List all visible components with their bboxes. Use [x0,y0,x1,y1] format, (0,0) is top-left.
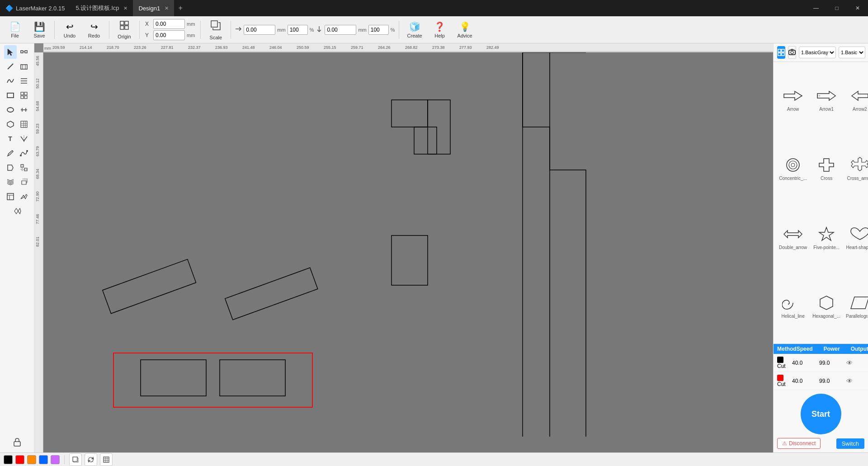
switch-button[interactable]: Switch [836,438,864,449]
shape-five-pointed[interactable]: Five-pointe... [811,204,842,271]
polygon-tool[interactable] [4,118,17,131]
shape-heart[interactable]: Heart-shaped [844,204,868,271]
pencil-tool[interactable] [4,146,17,160]
library-select-2[interactable]: 1.Basic [839,47,865,58]
canvas[interactable] [43,52,773,452]
library-select-1[interactable]: 1.BasicGray [799,47,836,58]
layer-red-eye[interactable]: 👁 [846,377,864,385]
color-blue[interactable] [39,455,48,464]
redo-button[interactable]: ↪ Redo [83,19,105,40]
shape-parallelogram[interactable]: Parallelogram [844,273,868,340]
width-input[interactable] [244,25,275,35]
node-select-tool[interactable] [18,45,30,59]
save-button[interactable]: 💾 Save [28,19,51,40]
width-percent-input[interactable] [288,25,308,35]
color-red[interactable] [15,455,24,464]
grid-tool[interactable] [18,118,30,131]
arr-tool[interactable] [18,89,30,102]
height-input[interactable] [325,25,356,35]
color-black[interactable] [4,455,13,464]
select-tool[interactable] [4,45,17,59]
layer-row-black[interactable]: Cut 40.0 99.0 👁 [774,354,868,372]
shape-double-arrow[interactable]: Double_arrow [777,204,809,271]
tab-lasermaker-label: LaserMaker 2.0.15 [16,5,65,12]
svg-rect-80 [778,49,781,52]
lock-tool[interactable] [12,437,22,449]
rect-tool[interactable] [4,89,17,102]
maximize-button[interactable]: □ [826,0,847,16]
shape-arrow1[interactable]: Arrow1 [811,66,842,133]
x-unit: mm [187,21,195,27]
parallelogram-icon [849,294,868,312]
fill-tool[interactable] [4,161,17,174]
file-button[interactable]: 📄 File [4,19,26,40]
bottom-controls: Start ⚠ Disconnect Switch [774,390,868,452]
svg-text:268.82: 268.82 [405,45,418,50]
camera-view-button[interactable] [788,46,796,59]
svg-rect-81 [782,49,784,52]
undo-label: Undo [64,33,75,38]
double-arrow-label: Double_arrow [779,245,807,250]
start-button[interactable]: Start [801,394,841,434]
ellipse-tool[interactable] [4,103,17,117]
layer-row-red[interactable]: Cut 40.0 99.0 👁 [774,372,868,390]
shape-hexagonal[interactable]: Hexagonal_... [811,273,842,340]
shape-cross[interactable]: Cross [811,135,842,202]
undo-button[interactable]: ↩ Undo [58,19,81,40]
layer-black-eye[interactable]: 👁 [846,359,864,367]
color-sep [64,455,65,464]
curve-tool[interactable] [4,74,17,88]
helical-label: Helical_line [782,314,805,319]
rotate-button[interactable] [85,453,97,466]
color-purple[interactable] [51,455,60,464]
svg-text:264.26: 264.26 [378,45,391,50]
align-tool[interactable] [18,74,30,88]
disconnect-button[interactable]: ⚠ Disconnect [777,438,821,449]
scale-button[interactable]: Scale [204,17,227,42]
grid-button[interactable] [100,453,113,466]
tab-file1[interactable]: 5.设计图模板.lcp ✕ [70,0,133,16]
shape-concentric[interactable]: Concentric_... [777,135,809,202]
advice-button[interactable]: 💡 Advice [453,19,477,40]
special-tool[interactable] [18,175,30,189]
shape-arrow[interactable]: Arrow [777,66,809,133]
create-button[interactable]: 🧊 Create [403,19,427,40]
shape-tool[interactable] [18,60,30,73]
color-orange[interactable] [27,455,36,464]
mirror-tool[interactable] [18,132,30,146]
height-percent-input[interactable] [368,25,389,35]
crop-tool[interactable] [18,161,30,174]
add-tab-button[interactable]: + [174,2,187,14]
arrow-tool[interactable] [18,190,30,203]
transform-button[interactable] [69,453,82,466]
hline-tool[interactable] [18,103,30,117]
select-tool-pair [4,45,30,59]
grid-view-button[interactable] [777,46,785,59]
svg-rect-5 [21,51,23,53]
tab-file1-close[interactable]: ✕ [123,5,127,11]
close-button[interactable]: ✕ [847,0,868,16]
width-arrow-icon [235,25,242,34]
shape-arrow2[interactable]: Arrow2 [844,66,868,133]
y-input[interactable] [153,30,185,40]
table-tool[interactable] [4,190,17,203]
text-tool[interactable]: T [4,132,17,146]
fill-tool-pair [4,161,30,174]
misc-tool[interactable] [4,204,31,218]
svg-marker-92 [851,297,868,309]
shape-cross-arrow[interactable]: Cross_arrow [844,135,868,202]
help-button[interactable]: ❓ Help [429,19,451,40]
tab-design1-close[interactable]: ✕ [165,5,169,11]
tab-lasermaker[interactable]: 🔷 LaserMaker 2.0.15 [0,0,70,16]
shape-helical[interactable]: Helical_line [777,273,809,340]
node-edit-tool[interactable] [18,146,30,160]
minimize-button[interactable]: — [806,0,826,16]
origin-button[interactable]: Origin [113,18,136,41]
disconnect-icon: ⚠ [782,440,787,447]
x-input[interactable] [153,19,185,29]
tab-design1[interactable]: Design1 ✕ [133,0,174,16]
cross-icon [815,156,838,174]
layer-tool[interactable] [4,175,17,189]
line-tool[interactable] [4,60,17,73]
ellipse-tool-pair [4,103,30,117]
